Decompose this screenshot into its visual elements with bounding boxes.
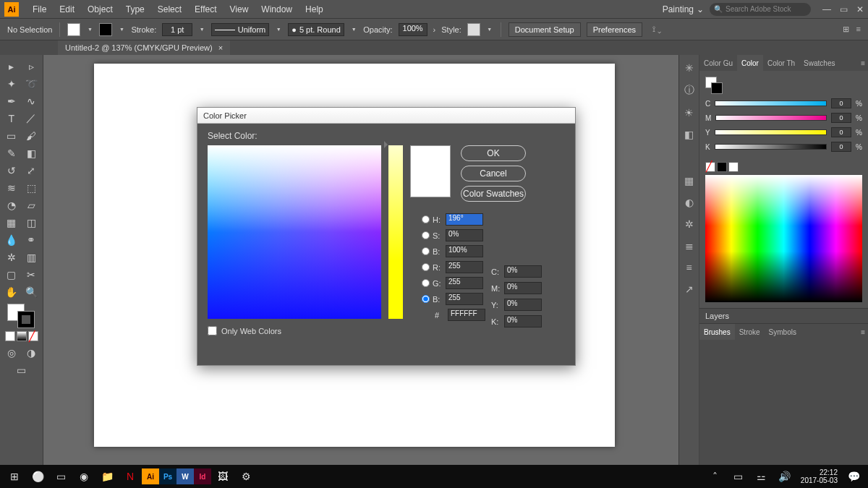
color-solid-icon[interactable] xyxy=(5,331,15,341)
direct-selection-tool[interactable]: ▹ xyxy=(22,58,42,75)
b-input[interactable]: 100% xyxy=(446,245,483,257)
illustrator-taskbar-icon[interactable]: Ai xyxy=(142,468,159,484)
mesh-tool[interactable]: ▦ xyxy=(1,214,22,231)
gradient-tool[interactable]: ◫ xyxy=(22,214,42,231)
menu-effect[interactable]: Effect xyxy=(188,1,223,17)
change-screen-mode-tool[interactable]: ▭ xyxy=(1,361,41,379)
slice-tool[interactable]: ✂ xyxy=(22,266,42,283)
fill-stroke-control[interactable] xyxy=(7,304,36,328)
b2-radio[interactable] xyxy=(422,295,430,303)
panel-menu-icon[interactable]: ≡ xyxy=(858,59,868,67)
menu-file[interactable]: File xyxy=(26,1,53,17)
wifi-icon[interactable]: ⚍ xyxy=(750,466,773,487)
tab-stroke[interactable]: Stroke xyxy=(735,324,765,340)
search-stock-input[interactable]: 🔍 Search Adobe Stock xyxy=(710,3,811,16)
chrome-icon[interactable]: ◉ xyxy=(72,466,95,487)
scale-tool[interactable]: ⤢ xyxy=(22,162,42,179)
color-field[interactable] xyxy=(208,145,381,319)
transform-icon[interactable]: ◧ xyxy=(684,129,694,140)
align-icon[interactable]: ≣ xyxy=(685,240,694,252)
color-gradient-icon[interactable] xyxy=(17,331,27,341)
shaper-tool[interactable]: ✎ xyxy=(1,145,22,162)
workspace-switcher[interactable]: Painting ⌄ xyxy=(663,4,704,14)
preferences-button[interactable]: Preferences xyxy=(587,22,642,37)
g-input[interactable]: 255 xyxy=(446,277,483,289)
y-slider[interactable] xyxy=(715,129,827,135)
sun-icon[interactable]: ☀ xyxy=(684,107,694,119)
zoom-tool[interactable]: 🔍 xyxy=(22,283,42,301)
y-value[interactable] xyxy=(831,127,851,137)
menu-type[interactable]: Type xyxy=(119,1,151,17)
stroke-profile[interactable]: Uniform xyxy=(211,23,269,36)
volume-icon[interactable]: 🔊 xyxy=(773,466,796,487)
c2-input[interactable]: 0% xyxy=(504,265,542,278)
fill-swatch[interactable] xyxy=(67,23,80,36)
system-clock[interactable]: 22:12 2017-05-03 xyxy=(796,468,842,484)
tab-color[interactable]: Color xyxy=(737,55,763,71)
symbol-sprayer-tool[interactable]: ✲ xyxy=(1,249,22,266)
explorer-icon[interactable]: 📁 xyxy=(95,466,119,487)
photoshop-icon[interactable]: Ps xyxy=(159,468,176,484)
menu-select[interactable]: Select xyxy=(151,1,188,17)
hue-slider[interactable] xyxy=(388,145,403,319)
artboard-tool[interactable]: ▢ xyxy=(1,266,22,283)
y2-input[interactable]: 0% xyxy=(504,299,542,311)
document-tab[interactable]: Untitled-2 @ 137% (CMYK/GPU Preview) × xyxy=(58,40,230,55)
style-dropdown[interactable]: ▼ xyxy=(486,24,493,35)
stroke-color-icon[interactable] xyxy=(17,311,35,328)
brush-dropdown[interactable]: ▼ xyxy=(350,24,357,35)
panel-menu-icon[interactable]: ≡ xyxy=(858,328,868,336)
tab-color-guide[interactable]: Color Gu xyxy=(699,55,737,71)
transform-panel-icon[interactable]: ⊞ xyxy=(843,25,849,34)
none-swatch-icon[interactable]: ╱ xyxy=(705,162,715,172)
opacity-input[interactable]: 100% xyxy=(399,23,427,36)
c-value[interactable] xyxy=(831,98,851,108)
b2-input[interactable]: 255 xyxy=(446,293,483,305)
profile-dropdown[interactable]: ▼ xyxy=(275,24,282,35)
align-icon[interactable]: ⟟ ⌄ xyxy=(652,25,661,34)
c-slider[interactable] xyxy=(715,100,827,106)
curvature-tool[interactable]: ∿ xyxy=(22,93,42,110)
paintbrush-tool[interactable]: 🖌 xyxy=(22,127,42,145)
window-restore-icon[interactable]: ▭ xyxy=(840,4,848,14)
type-tool[interactable]: T xyxy=(1,110,22,127)
hex-input[interactable]: FFFFFF xyxy=(448,309,485,321)
black-swatch-icon[interactable] xyxy=(717,162,727,172)
h-radio[interactable] xyxy=(422,215,430,223)
hand-tool[interactable]: ✋ xyxy=(1,283,22,301)
color-spectrum[interactable] xyxy=(705,175,862,302)
panel-layers-header[interactable]: Layers xyxy=(699,308,868,324)
dialog-titlebar[interactable]: Color Picker xyxy=(197,108,575,124)
style-swatch[interactable] xyxy=(467,23,480,36)
menu-window[interactable]: Window xyxy=(255,1,299,17)
brush-def[interactable]: ● 5 pt. Round xyxy=(288,23,344,36)
selection-tool[interactable]: ▸ xyxy=(1,58,22,75)
line-tool[interactable]: ／ xyxy=(22,110,42,127)
eyedropper-tool[interactable]: 💧 xyxy=(1,231,22,249)
notification-icon[interactable]: 💬 xyxy=(842,466,865,487)
document-setup-button[interactable]: Document Setup xyxy=(509,22,581,37)
battery-icon[interactable]: ▭ xyxy=(727,466,750,487)
stroke-dropdown[interactable]: ▼ xyxy=(118,24,125,35)
swatches-icon[interactable]: ▦ xyxy=(684,175,694,187)
s-radio[interactable] xyxy=(422,231,430,239)
width-tool[interactable]: ≋ xyxy=(1,179,22,197)
stroke-weight-dropdown[interactable]: ▼ xyxy=(198,24,205,35)
ok-button[interactable]: OK xyxy=(461,145,526,161)
pen-tool[interactable]: ✒ xyxy=(1,93,22,110)
menu-edit[interactable]: Edit xyxy=(53,1,81,17)
b-radio[interactable] xyxy=(422,247,430,255)
m-slider[interactable] xyxy=(715,115,827,121)
k2-input[interactable]: 0% xyxy=(504,315,542,328)
word-icon[interactable]: W xyxy=(176,468,194,484)
close-tab-icon[interactable]: × xyxy=(218,43,223,52)
k-slider[interactable] xyxy=(715,144,827,150)
r-input[interactable]: 255 xyxy=(446,261,483,273)
netflix-icon[interactable]: N xyxy=(119,466,142,487)
m-value[interactable] xyxy=(831,113,851,123)
g-radio[interactable] xyxy=(422,279,430,287)
rectangle-tool[interactable]: ▭ xyxy=(1,127,22,145)
s-input[interactable]: 0% xyxy=(446,229,483,241)
tab-swatches[interactable]: Swatches xyxy=(799,55,839,71)
window-minimize-icon[interactable]: — xyxy=(822,4,831,14)
